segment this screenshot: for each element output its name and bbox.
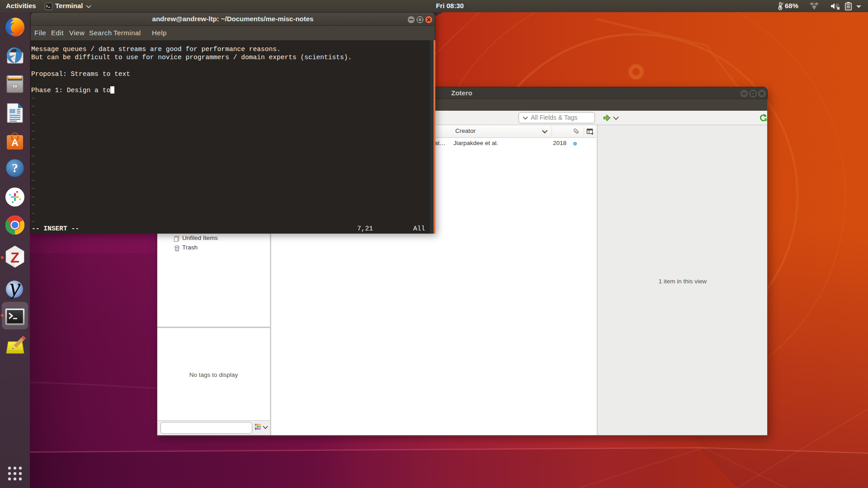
svg-text:?: ? (12, 161, 18, 175)
svg-text:Z: Z (10, 249, 19, 266)
svg-text:y: y (7, 276, 21, 299)
svg-text:A: A (11, 137, 19, 148)
